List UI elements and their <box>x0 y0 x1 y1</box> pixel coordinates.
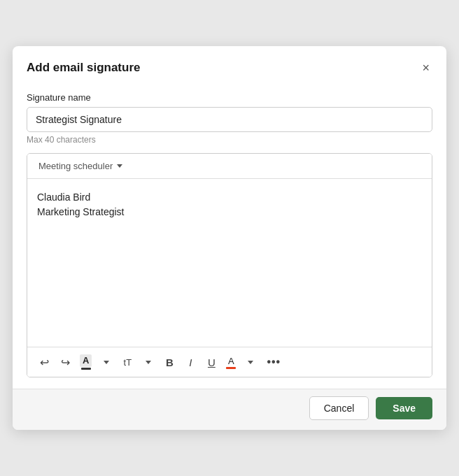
undo-button[interactable]: ↩ <box>34 352 54 372</box>
signature-line-1: Claudia Bird <box>37 190 422 205</box>
font-color-dropdown-button[interactable] <box>97 352 116 372</box>
more-options-button[interactable]: ••• <box>262 352 285 372</box>
editor-toolbar-bottom: ↩ ↪ A <box>27 347 432 377</box>
font-a-chevron-icon <box>248 361 253 364</box>
italic-button[interactable]: I <box>181 352 200 372</box>
meeting-scheduler-button[interactable]: Meeting scheduler <box>34 158 127 174</box>
undo-icon: ↩ <box>40 356 49 369</box>
add-email-signature-modal: Add email signature × Signature name Max… <box>13 46 446 430</box>
cancel-button[interactable]: Cancel <box>309 396 369 420</box>
modal-header: Add email signature × <box>13 46 446 87</box>
text-size-dropdown-button[interactable] <box>139 352 158 372</box>
font-a-color-dropdown-button[interactable] <box>241 352 260 372</box>
font-color-button[interactable]: A <box>76 352 95 372</box>
editor-toolbar-top: Meeting scheduler <box>27 154 432 179</box>
more-options-icon: ••• <box>267 356 281 368</box>
modal-body: Signature name Max 40 characters Meeting… <box>13 87 446 389</box>
underline-icon: U <box>208 356 216 368</box>
redo-button[interactable]: ↪ <box>55 352 75 372</box>
signature-name-input[interactable] <box>27 107 432 132</box>
italic-icon: I <box>189 356 192 368</box>
modal-overlay: Add email signature × Signature name Max… <box>0 0 459 476</box>
editor-content-area[interactable]: Claudia Bird Marketing Strategist <box>27 179 432 347</box>
underline-button[interactable]: U <box>202 352 221 372</box>
editor-container: Meeting scheduler Claudia Bird Marketing… <box>27 153 432 377</box>
redo-icon: ↪ <box>61 356 70 369</box>
bold-button[interactable]: B <box>160 352 179 372</box>
char-limit-text: Max 40 characters <box>27 135 432 145</box>
signature-line-2: Marketing Strategist <box>37 205 422 219</box>
modal-footer: Cancel Save <box>13 389 446 430</box>
text-size-button[interactable]: tT <box>118 352 137 372</box>
meeting-scheduler-label: Meeting scheduler <box>38 161 113 171</box>
text-size-icon: tT <box>124 357 132 368</box>
font-a-color-button[interactable]: A <box>223 352 239 372</box>
font-color-chevron-icon <box>104 361 109 364</box>
save-button[interactable]: Save <box>376 397 432 419</box>
bold-icon: B <box>166 356 174 368</box>
modal-title: Add email signature <box>27 61 140 75</box>
font-a-color-icon: A <box>226 356 236 369</box>
font-color-icon: A <box>80 354 92 370</box>
text-size-chevron-icon <box>146 361 151 364</box>
close-button[interactable]: × <box>419 59 432 77</box>
signature-name-label: Signature name <box>27 92 432 103</box>
chevron-down-icon <box>117 164 122 168</box>
